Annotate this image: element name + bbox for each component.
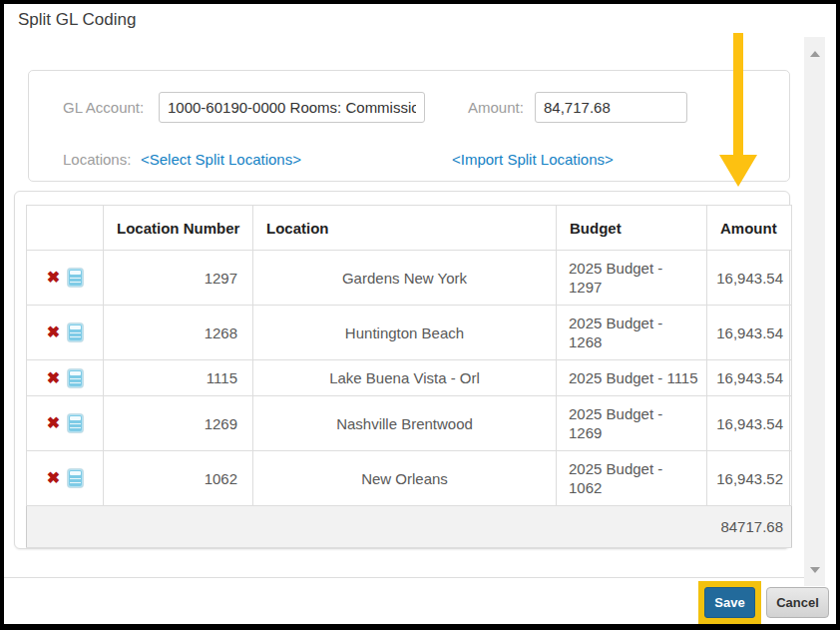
save-button[interactable]: Save (704, 587, 755, 618)
cell-location-number: 1269 (104, 396, 253, 451)
cancel-button[interactable]: Cancel (766, 587, 829, 618)
split-table-panel: Location Number Location Budget Amount ✖… (14, 191, 790, 549)
delete-x-icon[interactable]: ✖ (47, 324, 60, 340)
col-header-location: Location (253, 206, 557, 251)
cell-location-number: 1115 (104, 360, 253, 396)
col-header-location-number: Location Number (104, 206, 253, 251)
delete-x-icon[interactable]: ✖ (47, 270, 60, 286)
cell-budget: 2025 Budget - 1115 (557, 360, 707, 396)
calculator-icon[interactable] (68, 323, 83, 341)
cell-amount: 16,943.54 (707, 360, 792, 396)
cell-budget: 2025 Budget - 1269 (557, 396, 707, 451)
calculator-icon[interactable] (68, 269, 83, 287)
calculator-icon[interactable] (68, 414, 83, 432)
gl-account-input[interactable] (159, 92, 425, 123)
cell-amount: 16,943.54 (707, 306, 792, 360)
locations-label: Locations: (63, 151, 131, 168)
cell-location: Huntington Beach (253, 306, 557, 360)
col-header-budget: Budget (557, 206, 707, 251)
amount-input[interactable] (535, 92, 687, 123)
gl-coding-form-panel: GL Account: Amount: Locations: <Select S… (28, 70, 790, 182)
table-row: ✖ 1297 Gardens New York 2025 Budget - 12… (27, 251, 792, 306)
table-row: ✖ 1062 New Orleans 2025 Budget - 1062 16… (27, 451, 792, 506)
cell-budget: 2025 Budget - 1268 (557, 306, 707, 360)
footer-divider (4, 577, 804, 578)
calculator-icon[interactable] (68, 369, 83, 387)
table-row: ✖ 1269 Nashville Brentwood 2025 Budget -… (27, 396, 792, 451)
col-header-amount: Amount (707, 206, 792, 251)
down-arrow-annotation-head (719, 155, 757, 187)
cell-location: New Orleans (253, 451, 557, 506)
cell-location-number: 1297 (104, 251, 253, 306)
amount-label: Amount: (468, 99, 524, 116)
vertical-scrollbar[interactable] (804, 37, 825, 586)
cell-location: Nashville Brentwood (253, 396, 557, 451)
cell-amount: 16,943.52 (707, 451, 792, 506)
col-header-actions (27, 206, 104, 251)
cell-location: Lake Buena Vista - Orl (253, 360, 557, 396)
delete-x-icon[interactable]: ✖ (47, 370, 60, 386)
import-split-locations-link[interactable]: <Import Split Locations> (452, 151, 614, 168)
table-total-row: 84717.68 (27, 506, 792, 548)
table-row: ✖ 1115 Lake Buena Vista - Orl 2025 Budge… (27, 360, 792, 396)
table-header-row: Location Number Location Budget Amount (27, 206, 792, 251)
cell-amount: 16,943.54 (707, 396, 792, 451)
scroll-down-arrow-icon[interactable] (804, 559, 825, 580)
cell-amount: 16,943.54 (707, 251, 792, 306)
cell-location: Gardens New York (253, 251, 557, 306)
dialog-window: Split GL Coding GL Account: Amount: Loca… (0, 0, 840, 630)
cell-budget: 2025 Budget - 1297 (557, 251, 707, 306)
table-row: ✖ 1268 Huntington Beach 2025 Budget - 12… (27, 306, 792, 360)
calculator-icon[interactable] (68, 469, 83, 487)
down-arrow-annotation-shaft (733, 33, 743, 157)
cell-budget: 2025 Budget - 1062 (557, 451, 707, 506)
cell-location-number: 1268 (104, 306, 253, 360)
select-split-locations-link[interactable]: <Select Split Locations> (141, 151, 301, 168)
delete-x-icon[interactable]: ✖ (47, 470, 60, 486)
split-locations-table: Location Number Location Budget Amount ✖… (26, 205, 792, 548)
dialog-title: Split GL Coding (18, 10, 136, 30)
cell-location-number: 1062 (104, 451, 253, 506)
dialog-canvas: Split GL Coding GL Account: Amount: Loca… (4, 4, 836, 624)
delete-x-icon[interactable]: ✖ (47, 415, 60, 431)
total-amount: 84717.68 (27, 506, 792, 548)
scroll-up-arrow-icon[interactable] (804, 43, 825, 64)
gl-account-label: GL Account: (63, 99, 144, 116)
